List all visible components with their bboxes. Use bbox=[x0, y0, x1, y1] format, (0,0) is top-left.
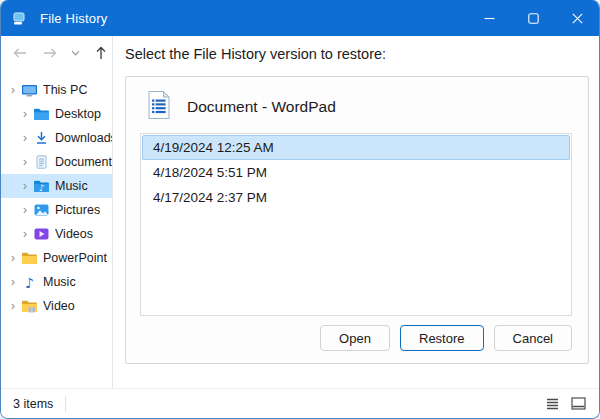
folder-yellow-icon bbox=[21, 250, 38, 266]
sidebar-item-label: This PC bbox=[43, 83, 87, 97]
sidebar-item-label: Desktop bbox=[55, 107, 101, 121]
action-buttons: Open Restore Cancel bbox=[140, 325, 572, 351]
sidebar-item-video-root[interactable]: › Video bbox=[1, 294, 112, 318]
sidebar-item-documents[interactable]: › Documents bbox=[1, 150, 112, 174]
sidebar-item-powerpoint[interactable]: › PowerPoint bbox=[1, 246, 112, 270]
music-folder-icon: ♪ bbox=[33, 178, 50, 194]
recent-locations-dropdown[interactable] bbox=[69, 41, 82, 65]
expand-chevron-icon[interactable]: › bbox=[7, 84, 19, 96]
sidebar-item-this-pc[interactable]: › This PC bbox=[1, 78, 112, 102]
expand-chevron-icon[interactable]: › bbox=[19, 108, 31, 120]
details-view-icon bbox=[546, 398, 559, 410]
folder-blue-icon bbox=[33, 106, 50, 122]
sidebar-item-label: Downloads bbox=[55, 131, 112, 145]
expand-chevron-icon[interactable]: › bbox=[19, 156, 31, 168]
sidebar-item-label: Pictures bbox=[55, 203, 100, 217]
chevron-down-icon bbox=[71, 50, 80, 56]
arrow-right-icon bbox=[42, 46, 58, 60]
file-history-app-icon bbox=[13, 10, 30, 27]
sidebar-item-label: Music bbox=[43, 275, 76, 289]
large-icons-view-button[interactable] bbox=[567, 393, 589, 415]
minimize-button[interactable] bbox=[467, 0, 511, 36]
download-icon bbox=[33, 130, 50, 146]
open-button[interactable]: Open bbox=[320, 325, 390, 351]
sidebar: › This PC › Desktop › bbox=[1, 36, 113, 388]
restore-button[interactable]: Restore bbox=[400, 325, 484, 351]
cancel-button[interactable]: Cancel bbox=[494, 325, 572, 351]
music-note-icon: ♪ bbox=[21, 274, 38, 290]
version-row[interactable]: 4/17/2024 2:37 PM bbox=[142, 185, 570, 210]
version-list: 4/19/2024 12:25 AM 4/18/2024 5:51 PM 4/1… bbox=[140, 133, 572, 316]
sidebar-item-label: Documents bbox=[55, 155, 112, 169]
videos-icon bbox=[33, 226, 50, 242]
up-button[interactable] bbox=[89, 41, 112, 65]
file-history-window: File History bbox=[0, 0, 600, 419]
arrow-up-icon bbox=[94, 45, 108, 61]
svg-text:♪: ♪ bbox=[25, 275, 34, 291]
arrow-left-icon bbox=[12, 46, 28, 60]
expand-chevron-icon[interactable]: › bbox=[19, 180, 31, 192]
forward-button[interactable] bbox=[39, 41, 62, 65]
window-title: File History bbox=[40, 11, 107, 26]
sidebar-item-label: Video bbox=[43, 299, 75, 313]
pictures-icon bbox=[33, 202, 50, 218]
maximize-icon bbox=[528, 13, 539, 24]
sidebar-item-label: Music bbox=[55, 179, 88, 193]
titlebar: File History bbox=[1, 0, 599, 36]
window-body: › This PC › Desktop › bbox=[1, 36, 599, 388]
status-separator bbox=[65, 396, 66, 412]
close-icon bbox=[572, 13, 583, 24]
items-count: 3 items bbox=[13, 397, 53, 411]
sidebar-item-desktop[interactable]: › Desktop bbox=[1, 102, 112, 126]
sidebar-item-music[interactable]: › ♪ Music bbox=[1, 174, 112, 198]
large-icons-view-icon bbox=[571, 397, 586, 410]
expand-chevron-icon[interactable]: › bbox=[7, 252, 19, 264]
folder-tree: › This PC › Desktop › bbox=[1, 78, 112, 318]
video-folder-icon bbox=[21, 298, 38, 314]
version-panel: Document - WordPad 4/19/2024 12:25 AM 4/… bbox=[125, 76, 589, 364]
monitor-icon bbox=[21, 82, 38, 98]
sidebar-item-downloads[interactable]: › Downloads bbox=[1, 126, 112, 150]
main-panel: Select the File History version to resto… bbox=[113, 36, 599, 388]
document-header: Document - WordPad bbox=[146, 91, 572, 123]
expand-chevron-icon[interactable]: › bbox=[19, 132, 31, 144]
maximize-button[interactable] bbox=[511, 0, 555, 36]
version-row[interactable]: 4/18/2024 5:51 PM bbox=[142, 160, 570, 185]
minimize-icon bbox=[484, 13, 495, 24]
sidebar-item-music-root[interactable]: › ♪ Music bbox=[1, 270, 112, 294]
status-bar: 3 items bbox=[1, 388, 599, 418]
back-button[interactable] bbox=[9, 41, 32, 65]
document-icon bbox=[33, 154, 50, 170]
expand-chevron-icon[interactable]: › bbox=[19, 228, 31, 240]
sidebar-item-label: PowerPoint bbox=[43, 251, 107, 265]
sidebar-item-pictures[interactable]: › Pictures bbox=[1, 198, 112, 222]
document-title: Document - WordPad bbox=[187, 98, 336, 116]
expand-chevron-icon[interactable]: › bbox=[7, 300, 19, 312]
wordpad-document-icon bbox=[146, 90, 172, 124]
page-title: Select the File History version to resto… bbox=[125, 46, 589, 68]
navigation-bar bbox=[1, 36, 112, 70]
expand-chevron-icon[interactable]: › bbox=[7, 276, 19, 288]
details-view-button[interactable] bbox=[541, 393, 563, 415]
view-toggles bbox=[541, 393, 589, 415]
close-button[interactable] bbox=[555, 0, 599, 36]
expand-chevron-icon[interactable]: › bbox=[19, 204, 31, 216]
window-controls bbox=[467, 0, 599, 36]
version-row[interactable]: 4/19/2024 12:25 AM bbox=[142, 135, 570, 160]
sidebar-item-label: Videos bbox=[55, 227, 93, 241]
sidebar-item-videos[interactable]: › Videos bbox=[1, 222, 112, 246]
svg-text:♪: ♪ bbox=[39, 183, 45, 193]
